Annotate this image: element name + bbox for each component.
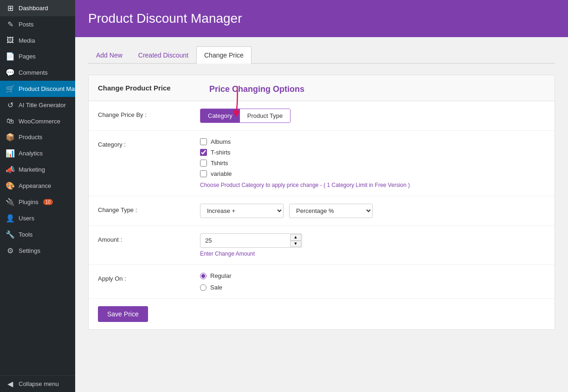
category-item-tshirts[interactable]: Tshirts <box>200 160 545 167</box>
amount-label: Amount : <box>98 233 191 243</box>
apply-on-radio-list: Regular Sale <box>200 272 545 291</box>
sidebar-label-products: Products <box>19 134 42 141</box>
radio-regular[interactable] <box>200 273 207 279</box>
category-item-variable[interactable]: variable <box>200 170 545 177</box>
sidebar-label-marketing: Marketing <box>19 166 45 173</box>
sidebar: ⊞ Dashboard ✎ Posts 🖼 Media 📄 Pages 💬 Co… <box>0 0 75 392</box>
sidebar-label-ai-title-generator: AI Title Generator <box>19 102 66 109</box>
form-section-title: Change Product Price <box>98 84 191 92</box>
apply-on-item-regular[interactable]: Regular <box>200 272 545 279</box>
radio-label-sale: Sale <box>210 284 222 291</box>
category-label: Category : <box>98 138 191 148</box>
tab-add-new[interactable]: Add New <box>88 46 130 64</box>
change-price-by-row: Change Price By : Category Product Type <box>89 101 555 131</box>
toggle-group: Category Product Type <box>200 109 290 123</box>
sidebar-items-list: ⊞ Dashboard ✎ Posts 🖼 Media 📄 Pages 💬 Co… <box>0 0 75 259</box>
form-container: Change Product Price Price Changing Opti… <box>88 75 555 330</box>
change-type-label: Change Type : <box>98 204 191 213</box>
page-title: Product Discount Manager <box>88 11 555 26</box>
sidebar-item-comments[interactable]: 💬 Comments <box>0 64 75 81</box>
sidebar-label-users: Users <box>19 215 34 222</box>
sidebar-label-posts: Posts <box>19 21 34 28</box>
sidebar-item-dashboard[interactable]: ⊞ Dashboard <box>0 0 75 16</box>
sidebar-icon-analytics: 📊 <box>6 149 15 158</box>
sidebar-icon-comments: 💬 <box>6 68 15 77</box>
toggle-group-wrapper: Category Product Type <box>200 109 545 123</box>
sidebar-icon-plugins: 🔌 <box>6 198 15 206</box>
sidebar-item-products[interactable]: 📦 Products <box>0 129 75 145</box>
change-type-select[interactable]: Increase +Decrease - <box>200 204 284 218</box>
sidebar-label-media: Media <box>19 37 35 44</box>
category-checkbox-list: Albums T-shirts Tshirts variable <box>200 138 545 177</box>
checkbox-tshirts[interactable] <box>200 160 207 167</box>
page-header: Product Discount Manager <box>75 0 568 37</box>
category-item-t-shirts[interactable]: T-shirts <box>200 149 545 156</box>
sidebar-item-posts[interactable]: ✎ Posts <box>0 16 75 32</box>
sidebar-item-users[interactable]: 👤 Users <box>0 210 75 226</box>
tab-created-discount[interactable]: Created Discount <box>130 46 196 64</box>
sidebar-icon-posts: ✎ <box>6 20 15 29</box>
checkbox-albums[interactable] <box>200 138 207 145</box>
form-header: Change Product Price Price Changing Opti… <box>89 75 555 101</box>
sidebar-item-ai-title-generator[interactable]: ↺ AI Title Generator <box>0 97 75 113</box>
sidebar-item-analytics[interactable]: 📊 Analytics <box>0 145 75 161</box>
sidebar-label-appearance: Appearance <box>19 182 51 189</box>
change-unit-select[interactable]: Percentage %Fixed Amount <box>289 204 373 218</box>
spinner-down-btn[interactable]: ▼ <box>290 241 301 247</box>
sidebar-icon-products: 📦 <box>6 133 15 141</box>
sidebar-label-comments: Comments <box>19 69 48 76</box>
sidebar-label-plugins: Plugins <box>19 199 39 206</box>
category-item-label-albums: Albums <box>211 138 231 145</box>
tabs-bar: Add NewCreated DiscountChange Price <box>88 46 555 64</box>
sidebar-item-settings[interactable]: ⚙ Settings <box>0 243 75 259</box>
sidebar-item-media[interactable]: 🖼 Media <box>0 32 75 48</box>
category-item-label-t-shirts: T-shirts <box>211 149 231 156</box>
change-type-row: Change Type : Increase +Decrease - Perce… <box>89 196 555 226</box>
spinner-up-btn[interactable]: ▲ <box>290 234 301 241</box>
sidebar-item-pages[interactable]: 📄 Pages <box>0 48 75 64</box>
collapse-menu-item[interactable]: ◀ Collapse menu <box>0 375 75 392</box>
sidebar-item-product-discount-manager[interactable]: 🛒 Product Discount Manager <box>0 81 75 97</box>
radio-sale[interactable] <box>200 284 207 291</box>
sidebar-icon-dashboard: ⊞ <box>6 4 15 13</box>
sidebar-item-tools[interactable]: 🔧 Tools <box>0 226 75 243</box>
amount-row: Amount : ▲ ▼ Enter Change Amount <box>89 226 555 265</box>
select-group: Increase +Decrease - Percentage %Fixed A… <box>200 204 545 218</box>
amount-input-wrapper: ▲ ▼ <box>200 233 302 248</box>
save-price-button[interactable]: Save Price <box>98 306 148 322</box>
apply-on-item-sale[interactable]: Sale <box>200 284 545 291</box>
sidebar-icon-settings: ⚙ <box>6 246 15 255</box>
sidebar-icon-users: 👤 <box>6 214 15 223</box>
category-hint: Choose Product Category to apply price c… <box>200 182 545 188</box>
toggle-category-btn[interactable]: Category <box>200 109 240 122</box>
sidebar-item-plugins[interactable]: 🔌 Plugins 10 <box>0 194 75 210</box>
apply-on-controls: Regular Sale <box>200 272 545 291</box>
sidebar-item-marketing[interactable]: 📣 Marketing <box>0 161 75 178</box>
sidebar-icon-marketing: 📣 <box>6 165 15 174</box>
sidebar-label-dashboard: Dashboard <box>19 5 48 12</box>
category-item-label-variable: variable <box>211 170 232 177</box>
sidebar-icon-tools: 🔧 <box>6 230 15 239</box>
sidebar-item-appearance[interactable]: 🎨 Appearance <box>0 178 75 194</box>
sidebar-icon-media: 🖼 <box>6 36 15 45</box>
sidebar-label-woocommerce: WooCommerce <box>19 118 60 125</box>
category-controls: Albums T-shirts Tshirts variable Choose … <box>200 138 545 188</box>
category-item-albums[interactable]: Albums <box>200 138 545 145</box>
collapse-label: Collapse menu <box>19 380 59 387</box>
spinner-buttons: ▲ ▼ <box>290 234 301 247</box>
sidebar-item-woocommerce[interactable]: 🛍 WooCommerce <box>0 113 75 129</box>
sidebar-icon-ai-title-generator: ↺ <box>6 101 15 109</box>
radio-label-regular: Regular <box>210 272 232 279</box>
apply-on-row: Apply On : Regular Sale <box>89 265 555 299</box>
apply-on-label: Apply On : <box>98 272 191 282</box>
toggle-product-type-btn[interactable]: Product Type <box>240 109 290 122</box>
sidebar-label-tools: Tools <box>19 231 32 238</box>
change-type-controls: Increase +Decrease - Percentage %Fixed A… <box>200 204 545 218</box>
amount-input[interactable] <box>200 233 302 248</box>
main-content: Product Discount Manager Add NewCreated … <box>75 0 568 392</box>
amount-hint: Enter Change Amount <box>200 251 545 257</box>
checkbox-t-shirts[interactable] <box>200 149 207 156</box>
category-item-label-tshirts: Tshirts <box>211 160 228 167</box>
checkbox-variable[interactable] <box>200 170 207 177</box>
tab-change-price[interactable]: Change Price <box>196 46 252 64</box>
